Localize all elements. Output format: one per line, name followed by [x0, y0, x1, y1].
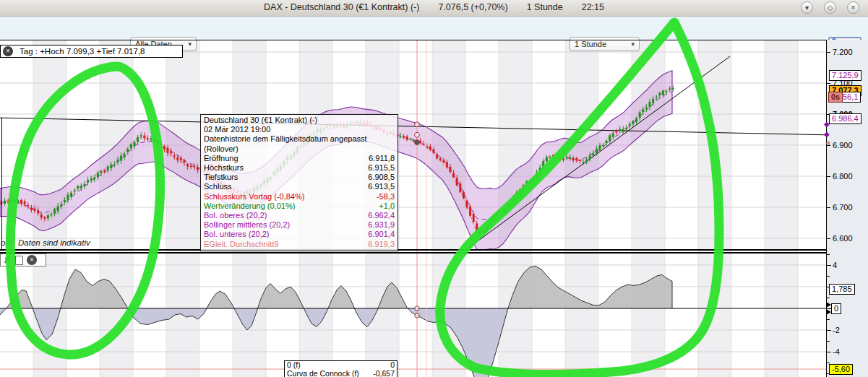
tooltip-instrument: Deutschland 30 (€1 Kontrakt) (-): [201, 116, 398, 125]
tooltip-row-value: 6.931,9: [368, 220, 395, 230]
tooltip-row-value: -58,3: [377, 192, 395, 202]
axis-tick: [827, 298, 830, 298]
tooltip-row: EGleit. Durchschnitt96.919,3: [201, 240, 398, 249]
chart-left-frame: [1, 118, 2, 249]
axis-tick: [827, 265, 831, 266]
window-title-instrument: DAX - Deutschland 30 (€1 Kontrakt) (-): [264, 2, 419, 12]
day-range-text: Tag : +Hoch 7.099,3 +Tief 7.017,8: [20, 47, 145, 56]
selection-handle[interactable]: [415, 122, 420, 127]
chart-top-border: [0, 40, 868, 40]
alert-marker-icon[interactable]: ◄: [824, 139, 831, 147]
tooltip-row-value: 6.901,4: [368, 230, 395, 239]
indicator-row: Curva de Connock (f) -0,657: [285, 370, 397, 377]
indicator-badge-yellow[interactable]: -5,60: [829, 364, 853, 375]
tooltip-datetime: 02 Mär 2012 19:00: [201, 125, 398, 134]
tooltip-row: Bol. unteres (20,2)6.901,4: [201, 230, 398, 239]
selection-handle[interactable]: [415, 313, 419, 318]
indicator-value: 0: [390, 361, 395, 370]
tooltip-row-value: 6.913,5: [368, 182, 395, 191]
tooltip-row: Tiefstkurs6.908,5: [201, 173, 398, 182]
axis-tick: [827, 207, 830, 208]
axis-tick: [827, 52, 830, 53]
axis-tick: [827, 363, 830, 363]
selection-handle[interactable]: [415, 132, 420, 137]
price-badge-countdown[interactable]: 0s: [828, 92, 843, 103]
trading-app-window: { "window": { "title_left": "DAX - Deuts…: [0, 0, 868, 377]
indicator-row: 0 (f) 0: [285, 361, 397, 370]
tooltip-row: Bollinger mittleres (20,2)6.931,9: [201, 220, 398, 230]
window-title-interval: 1 Stunde: [527, 2, 563, 12]
zero-marker-arrow: [826, 309, 831, 315]
panel-separator-line[interactable]: [0, 252, 868, 254]
tooltip-row-label: Höchstkurs: [204, 163, 244, 173]
tooltip-row: Schluss6.913,5: [201, 182, 398, 191]
panel-separator-line[interactable]: [0, 249, 868, 251]
axis-tick: [827, 352, 831, 352]
document-icon[interactable]: [15, 256, 23, 265]
price-badge-purple-partial[interactable]: 56,1: [840, 92, 861, 103]
axis-tick: [827, 330, 831, 331]
chevron-down-icon: ▾: [184, 40, 196, 48]
close-icon[interactable]: ×: [3, 46, 13, 56]
indicator-toolbar: ×: [0, 254, 46, 266]
footnote-fragment: om: [1, 238, 12, 247]
selection-handle[interactable]: [415, 140, 420, 145]
tooltip-row: Eröffnung6.911,8: [201, 154, 398, 163]
price-badge-purple[interactable]: 6.986,4: [829, 113, 861, 124]
axis-tick-label: 6.600: [833, 234, 853, 243]
tooltip-row-label: Wertveränderung (0,01%): [204, 202, 295, 211]
window-titlebar: DAX - Deutschland 30 (€1 Kontrakt) (-)7.…: [0, 0, 868, 17]
window-title-time: 22:15: [582, 2, 604, 12]
wrench-icon[interactable]: [3, 256, 12, 264]
tooltip-row: Höchstkurs6.915,5: [201, 163, 398, 173]
indicator-label: 0 (f): [287, 361, 301, 370]
tooltip-note: Datenhistorie dem Fälligkeitsdatum angep…: [201, 134, 398, 153]
zero-marker-arrow: [826, 302, 831, 308]
axis-tick-label: 6.800: [833, 172, 853, 181]
tooltip-row-label: Schluss: [204, 182, 232, 191]
close-icon[interactable]: ×: [27, 255, 37, 265]
restore-button[interactable]: ◇: [824, 1, 836, 14]
close-button[interactable]: ×: [847, 1, 859, 14]
axis-tick-label: 4: [833, 261, 837, 269]
axis-tick: [827, 254, 830, 255]
indicator-value: -0,657: [373, 370, 395, 377]
alert-marker-icon[interactable]: ◆: [824, 130, 830, 138]
tooltip-row-value: +1,0: [379, 202, 395, 211]
tooltip-row-label: Eröffnung: [204, 154, 239, 163]
tooltip-row-value: 6.915,5: [368, 163, 395, 173]
data-tooltip-panel: Deutschland 30 (€1 Kontrakt) (-) 02 Mär …: [200, 114, 398, 251]
trendline[interactable]: [454, 56, 730, 259]
axis-tick-label: 6.700: [833, 203, 853, 212]
window-title-price: 7.076,5 (+0,70%): [438, 2, 507, 12]
selection-handle[interactable]: [415, 306, 419, 311]
day-range-tag: × Tag : +Hoch 7.099,3 +Tief 7.017,8: [0, 45, 183, 58]
axis-tick: [827, 341, 830, 342]
tooltip-row-label: Bollinger mittleres (20,2): [204, 220, 290, 230]
axis-tick-label: -2: [833, 326, 840, 334]
axis-tick-label: -4: [833, 347, 840, 356]
price-axis[interactable]: 7.2007.1007.0006.9006.8006.7006.60042-2-…: [826, 40, 868, 377]
chart-toolbar: Alle Daten ▾ 1 Stunde ▾: [0, 16, 868, 40]
axis-tick: [827, 319, 830, 320]
indicator-badge-zero[interactable]: 0: [831, 303, 841, 314]
tooltip-row-label: EGleit. Durchschnitt9: [204, 240, 278, 249]
price-badge-purple[interactable]: 7.125,9: [829, 70, 861, 81]
interval-dropdown[interactable]: 1 Stunde ▾: [570, 37, 640, 51]
interval-value: 1 Stunde: [570, 40, 627, 48]
tooltip-row: Bol. oberes (20,2)6.962,4: [201, 211, 398, 220]
tooltip-rows: Eröffnung6.911,8Höchstkurs6.915,5Tiefstk…: [201, 154, 398, 249]
chevron-down-icon: ▾: [627, 40, 639, 48]
axis-tick-label: 6.900: [833, 141, 853, 150]
axis-tick: [827, 83, 830, 84]
tooltip-row-value: 6.919,3: [368, 240, 395, 249]
tooltip-row-label: Tiefstkurs: [204, 173, 238, 182]
indicator-tooltip-panel: 0 (f) 0 Curva de Connock (f) -0,657: [284, 360, 398, 377]
tooltip-row-label: Bol. oberes (20,2): [204, 211, 267, 220]
tooltip-row: Schlusskurs Vortag (-0,84%)-58,3: [201, 192, 398, 202]
tooltip-row-label: Bol. unteres (20,2): [204, 230, 270, 239]
minimize-button[interactable]: ▾: [801, 1, 813, 14]
tooltip-row: Wertveränderung (0,01%)+1,0: [201, 202, 398, 211]
axis-tick: [827, 238, 830, 239]
indicator-badge-plain[interactable]: 1,785: [829, 284, 855, 295]
